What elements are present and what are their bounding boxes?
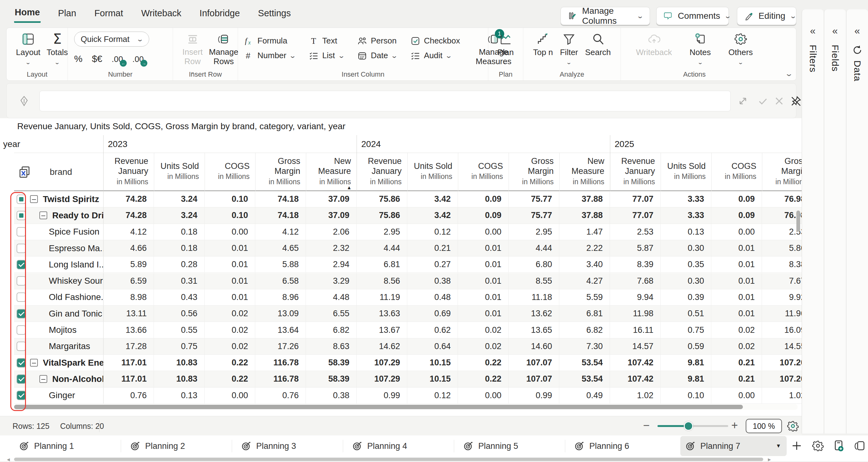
- value-cell[interactable]: 10.15: [407, 355, 458, 371]
- value-cell[interactable]: 8.39: [610, 256, 661, 272]
- value-cell[interactable]: 0.59: [661, 338, 711, 355]
- increase-decimal-button[interactable]: .00 →: [132, 55, 144, 64]
- value-cell[interactable]: 3.42: [407, 207, 458, 223]
- currency-format-button[interactable]: $€: [92, 54, 102, 64]
- value-cell[interactable]: 0.10: [661, 388, 711, 403]
- sheet-tab-planning-7[interactable]: Planning 7▼: [680, 436, 787, 456]
- value-cell[interactable]: 4.44: [508, 240, 559, 256]
- sheet-tab-planning-6[interactable]: Planning 6: [569, 436, 676, 456]
- column-header-2023-new-measure[interactable]: New Measurein Millions▲: [306, 153, 356, 191]
- insert-text-button[interactable]: T Text: [309, 36, 344, 46]
- value-cell[interactable]: 58.39: [306, 355, 356, 371]
- column-header-2025-units-sold[interactable]: Units Soldin Millions: [661, 153, 711, 191]
- value-cell[interactable]: 0.22: [205, 371, 255, 387]
- value-cell[interactable]: 117.01: [103, 371, 154, 387]
- value-cell[interactable]: 0.55: [154, 322, 205, 338]
- manage-columns-button[interactable]: Manage Columns ⌄: [560, 7, 650, 25]
- value-cell[interactable]: 6.82: [559, 322, 610, 338]
- value-cell[interactable]: 2.94: [306, 256, 356, 272]
- insert-date-button[interactable]: Date ⌄: [358, 51, 397, 60]
- value-cell[interactable]: 11.18: [508, 289, 559, 305]
- value-cell[interactable]: 13.62: [508, 306, 559, 321]
- value-cell[interactable]: 13.63: [356, 306, 407, 321]
- value-cell[interactable]: 58.39: [306, 371, 356, 387]
- value-cell[interactable]: 0.01: [711, 289, 762, 305]
- column-header-2023-revenue-january[interactable]: Revenue Januaryin Millions: [103, 153, 154, 191]
- menu-item-plan[interactable]: Plan: [58, 5, 77, 22]
- value-cell[interactable]: 0.75: [661, 322, 711, 338]
- value-cell[interactable]: 3.40: [559, 256, 610, 272]
- row-checkbox[interactable]: [17, 244, 26, 253]
- value-cell[interactable]: 0.01: [711, 306, 762, 321]
- search-button[interactable]: Search: [582, 32, 614, 59]
- value-cell[interactable]: 0.01: [205, 256, 255, 272]
- value-cell[interactable]: 3.33: [661, 207, 711, 223]
- value-cell[interactable]: 0.22: [458, 355, 508, 371]
- value-cell[interactable]: 0.01: [458, 240, 508, 256]
- value-cell[interactable]: 37.09: [306, 191, 356, 207]
- value-cell[interactable]: 6.59: [103, 273, 154, 289]
- value-cell[interactable]: 0.13: [154, 388, 205, 403]
- value-cell[interactable]: 13.64: [255, 322, 306, 338]
- value-cell[interactable]: 13.67: [356, 322, 407, 338]
- collapse-ribbon-button[interactable]: ⌄: [784, 70, 793, 78]
- value-cell[interactable]: 0.12: [407, 388, 458, 403]
- column-header-2024-revenue-january[interactable]: Revenue Januaryin Millions: [356, 153, 407, 191]
- value-cell[interactable]: 53.54: [559, 355, 610, 371]
- value-cell[interactable]: 107.07: [508, 355, 559, 371]
- zoom-level-value[interactable]: 100 %: [746, 419, 782, 433]
- value-cell[interactable]: 0.69: [407, 306, 458, 321]
- row-checkbox[interactable]: [17, 260, 26, 269]
- value-cell[interactable]: 0.28: [154, 256, 205, 272]
- value-cell[interactable]: 0.01: [458, 256, 508, 272]
- value-cell[interactable]: 75.77: [508, 207, 559, 223]
- value-cell[interactable]: 0.10: [205, 191, 255, 207]
- value-cell[interactable]: 0.21: [711, 371, 762, 387]
- value-cell[interactable]: 1.02: [610, 388, 661, 403]
- column-header-2025-cogs[interactable]: COGSin Millions: [711, 153, 762, 191]
- refresh-icon[interactable]: [852, 45, 863, 55]
- row-checkbox[interactable]: [17, 358, 26, 368]
- value-cell[interactable]: 8.96: [255, 289, 306, 305]
- vertical-scroll-thumb[interactable]: [796, 211, 800, 232]
- expand-panel-icon[interactable]: «: [810, 25, 816, 37]
- value-cell[interactable]: 2.06: [306, 224, 356, 240]
- value-cell[interactable]: 0.10: [205, 207, 255, 223]
- filters-panel-collapsed[interactable]: « Filters: [802, 9, 824, 434]
- value-cell[interactable]: 4.12: [255, 224, 306, 240]
- value-cell[interactable]: 107.29: [356, 355, 407, 371]
- gear-icon[interactable]: [787, 420, 799, 432]
- value-cell[interactable]: 0.64: [407, 338, 458, 355]
- value-cell[interactable]: 0.02: [205, 322, 255, 338]
- value-cell[interactable]: 3.29: [306, 273, 356, 289]
- value-cell[interactable]: 2.95: [356, 224, 407, 240]
- value-cell[interactable]: 11.98: [610, 306, 661, 321]
- value-cell[interactable]: 6.55: [306, 306, 356, 321]
- value-cell[interactable]: 0.30: [661, 240, 711, 256]
- value-cell[interactable]: 14.62: [356, 338, 407, 355]
- sheet-tab-planning-1[interactable]: Planning 1: [14, 436, 120, 456]
- row-checkbox[interactable]: [17, 309, 26, 318]
- value-cell[interactable]: 0.76: [103, 388, 154, 403]
- value-cell[interactable]: 0.18: [154, 240, 205, 256]
- column-header-2023-cogs[interactable]: COGSin Millions: [205, 153, 255, 191]
- value-cell[interactable]: 5.87: [610, 240, 661, 256]
- insert-list-button[interactable]: List ⌄: [309, 51, 344, 60]
- value-cell[interactable]: 2.95: [508, 224, 559, 240]
- value-cell[interactable]: 0.01: [711, 273, 762, 289]
- value-cell[interactable]: 10.83: [154, 371, 205, 387]
- value-cell[interactable]: 0.13: [661, 224, 711, 240]
- unpin-icon[interactable]: [790, 95, 802, 107]
- value-cell[interactable]: 75.86: [356, 191, 407, 207]
- value-cell[interactable]: 5.59: [559, 289, 610, 305]
- zoom-in-button[interactable]: +: [731, 419, 738, 432]
- tabs-scroll-thumb[interactable]: [14, 458, 763, 461]
- value-cell[interactable]: 0.01: [205, 289, 255, 305]
- value-cell[interactable]: 0.00: [458, 388, 508, 403]
- data-panel-collapsed[interactable]: « Data: [846, 9, 868, 434]
- value-cell[interactable]: 0.99: [508, 388, 559, 403]
- fields-panel-collapsed[interactable]: « Fields: [824, 9, 846, 434]
- value-cell[interactable]: 0.12: [407, 224, 458, 240]
- comments-button[interactable]: Comments ⌄: [656, 7, 729, 25]
- insert-person-button[interactable]: Person: [358, 36, 397, 46]
